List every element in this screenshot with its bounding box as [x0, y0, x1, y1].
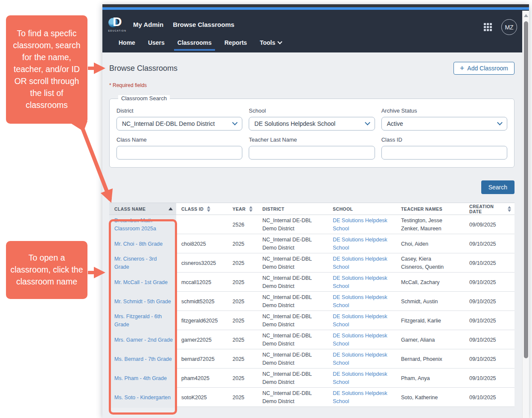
creation-date-cell: 09/10/2025 — [464, 369, 515, 389]
school-link[interactable]: DE Solutions Helpdesk School — [333, 293, 392, 310]
classroom-name-link[interactable]: Mr. Choi - 8th Grade — [114, 240, 173, 248]
panel-legend: Classroom Search — [118, 95, 170, 102]
scrollbar-thumb[interactable] — [524, 21, 528, 358]
add-classroom-button[interactable]: + Add Classroom — [454, 62, 515, 75]
column-header-class-name[interactable]: CLASS NAME — [109, 203, 176, 215]
class-id-input[interactable] — [381, 146, 507, 160]
school-link[interactable]: DE Solutions Helpdesk School — [333, 351, 392, 368]
school-cell: DE Solutions Helpdesk School — [328, 330, 396, 350]
table-row: Ms. Soto - KindergartensotoK20252025NC_I… — [109, 388, 515, 407]
chevron-down-icon — [497, 120, 503, 125]
school-cell: DE Solutions Helpdesk School — [328, 273, 396, 293]
table-header-row: CLASS NAME CLASS ID YEAR DISTRICT SCHOOL — [109, 203, 515, 215]
logo-education-label: EDUCATION — [108, 29, 127, 32]
teacher-name: Choi, Aiden — [401, 240, 461, 248]
teacher-names-cell: McCall, Zachary — [396, 273, 464, 293]
creation-date-cell: 09/10/2025 — [464, 292, 515, 312]
school-link[interactable]: DE Solutions Helpdesk School — [333, 236, 392, 253]
classroom-name-link[interactable]: Mr. Schmidt - 5th Grade — [114, 298, 173, 306]
search-button[interactable]: Search — [481, 180, 515, 194]
classroom-name-link[interactable]: Ms. Soto - Kindergarten — [114, 394, 173, 402]
district-cell: NC_Internal DE-DBL Demo District — [257, 369, 328, 389]
page-title: Browse Classrooms — [109, 64, 177, 73]
vertical-scrollbar[interactable] — [522, 11, 529, 418]
sort-ascending-icon — [169, 207, 173, 210]
classroom-name-link[interactable]: Dreambox Math Classroom 2025a — [114, 217, 173, 233]
tab-reports[interactable]: Reports — [224, 35, 247, 51]
teacher-names-cell: Bernard, Phoenix — [396, 349, 464, 369]
classroom-name-link[interactable]: Ms. Pham - 4th Grade — [114, 374, 173, 383]
class-id-cell: fitzgerald62025 — [176, 311, 227, 331]
school-cell: DE Solutions Helpdesk School — [328, 369, 396, 389]
column-header-creation-date[interactable]: CREATION DATE — [464, 203, 515, 215]
table-row: Mr. Schmidt - 5th Gradeschmidt520252025N… — [109, 292, 515, 311]
classroom-name-link[interactable]: Mrs. Garner - 2nd Grade — [114, 336, 173, 344]
classroom-name-link[interactable]: Mrs. Fitzgerald - 6th Grade — [114, 313, 173, 329]
school-cell: DE Solutions Helpdesk School — [328, 311, 396, 331]
school-link[interactable]: DE Solutions Helpdesk School — [333, 332, 392, 348]
chevron-down-icon — [232, 120, 238, 125]
teacher-name: Zenker, Maureen — [401, 225, 461, 233]
archive-status-select[interactable]: Active — [381, 117, 507, 131]
school-link[interactable]: DE Solutions Helpdesk School — [333, 274, 392, 291]
class-id-cell — [176, 215, 227, 235]
avatar[interactable]: MZ — [501, 19, 517, 35]
column-header-class-id[interactable]: CLASS ID — [176, 203, 227, 215]
creation-date-cell: 09/10/2025 — [464, 234, 515, 254]
column-header-year[interactable]: YEAR — [227, 203, 257, 215]
teacher-names-cell: Choi, Aiden — [396, 234, 464, 254]
scroll-up-arrow-icon[interactable] — [524, 14, 528, 17]
class-id-cell: pham42025 — [176, 369, 227, 389]
tab-users[interactable]: Users — [148, 35, 165, 51]
apps-grid-icon[interactable] — [484, 23, 492, 31]
teacher-name: Soto, Katherine — [401, 394, 461, 402]
district-cell: NC_Internal DE-DBL Demo District — [257, 330, 328, 350]
teacher-last-name-input[interactable] — [249, 146, 375, 160]
teacher-name: McCall, Zachary — [401, 279, 461, 287]
district-cell: NC_Internal DE-DBL Demo District — [257, 292, 328, 312]
sort-icon — [249, 206, 253, 212]
tab-tools[interactable]: Tools — [260, 35, 282, 51]
archive-status-label: Archive Status — [381, 107, 507, 114]
teacher-name: Bernard, Phoenix — [401, 355, 461, 363]
creation-date-cell: 09/09/2025 — [464, 215, 515, 235]
tab-classrooms[interactable]: Classrooms — [177, 35, 212, 51]
classroom-name-link[interactable]: Mr. McCall - 1st Grade — [114, 279, 173, 287]
district-cell: NC_Internal DE-DBL Demo District — [257, 253, 328, 273]
main-nav: Home Users Classrooms Reports Tools — [102, 35, 529, 51]
school-cell: DE Solutions Helpdesk School — [328, 215, 396, 235]
discovery-education-logo[interactable]: D EDUCATION — [108, 17, 127, 32]
district-label: District — [116, 107, 242, 114]
teacher-names-cell: Garner, Aliana — [396, 330, 464, 350]
school-link[interactable]: DE Solutions Helpdesk School — [333, 217, 392, 233]
class-name-input[interactable] — [116, 146, 242, 160]
table-row: Dreambox Math Classroom 2025a2526NC_Inte… — [109, 215, 515, 234]
school-link[interactable]: DE Solutions Helpdesk School — [333, 255, 392, 272]
district-cell: NC_Internal DE-DBL Demo District — [257, 215, 328, 235]
school-select[interactable]: DE Solutions Helpdesk School — [249, 117, 375, 131]
district-select[interactable]: NC_Internal DE-DBL Demo District — [116, 117, 242, 131]
year-cell: 2526 — [227, 215, 257, 235]
breadcrumb: Browse Classrooms — [173, 21, 234, 28]
class-name-cell: Mr. McCall - 1st Grade — [109, 273, 176, 293]
class-id-cell: mccall12025 — [176, 273, 227, 293]
school-link[interactable]: DE Solutions Helpdesk School — [333, 389, 392, 406]
class-name-label: Class Name — [116, 136, 242, 143]
year-cell: 2025 — [227, 234, 257, 254]
chevron-down-icon — [278, 39, 282, 44]
classroom-name-link[interactable]: Mr. Cisneros - 3rd Grade — [114, 255, 173, 272]
table-row: Mr. McCall - 1st Grademccall120252025NC_… — [109, 273, 515, 292]
school-label: School — [249, 107, 375, 114]
school-link[interactable]: DE Solutions Helpdesk School — [333, 313, 392, 329]
year-cell: 2025 — [227, 292, 257, 312]
teacher-last-name-label: Teacher Last Name — [249, 136, 375, 143]
school-link[interactable]: DE Solutions Helpdesk School — [333, 370, 392, 387]
creation-date-cell: 09/10/2025 — [464, 388, 515, 408]
class-id-cell: sotoK2025 — [176, 388, 227, 408]
table-row: Mrs. Fitzgerald - 6th Gradefitzgerald620… — [109, 311, 515, 330]
annotation-callout-open: To open a classroom, click the classroom… — [6, 241, 87, 299]
classroom-name-link[interactable]: Ms. Bernard - 7th Grade — [114, 355, 173, 363]
tab-home[interactable]: Home — [119, 35, 135, 51]
window-top-strip — [102, 4, 529, 7]
creation-date-cell: 09/10/2025 — [464, 273, 515, 293]
